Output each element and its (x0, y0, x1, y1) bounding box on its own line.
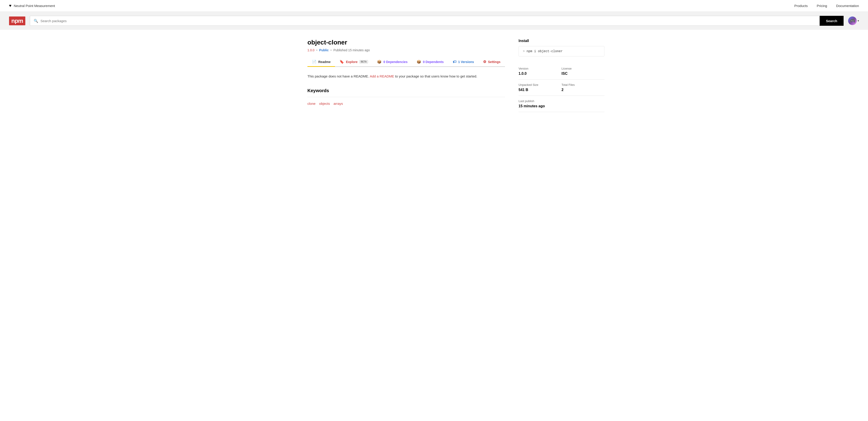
deps-tab-icon: 📦 (377, 60, 381, 64)
versions-tab-icon: 🏷 (453, 60, 456, 64)
tab-dependents-label: 0 Dependents (423, 60, 444, 64)
tab-versions-label: 1 Versions (458, 60, 474, 64)
meta-grid: Version 1.0.0 License ISC Unpacked Size … (519, 63, 604, 112)
package-published: Published 15 minutes ago (333, 48, 370, 52)
nav-link-products[interactable]: Products (794, 4, 808, 8)
keywords-section: Keywords clone objects arrays (307, 88, 505, 105)
left-panel: object-cloner 1.0.0 • Public • Published… (307, 39, 505, 112)
top-navigation: ♥ Neutral Point Measurement Products Pri… (0, 0, 868, 12)
meta-unpacked-size: Unpacked Size 541 B (519, 79, 561, 96)
meta-last-publish: Last publish 15 minutes ago (519, 96, 604, 112)
keywords-list: clone objects arrays (307, 102, 505, 105)
meta-license: License ISC (561, 63, 604, 79)
meta-total-files: Total Files 2 (561, 79, 604, 96)
search-input[interactable] (40, 19, 816, 23)
meta-separator-2: • (331, 48, 332, 52)
heart-icon: ♥ (9, 3, 11, 8)
settings-tab-icon: ⚙ (483, 60, 486, 64)
avatar-image: 🎮 (848, 17, 857, 25)
version-value: 1.0.0 (519, 72, 561, 76)
readme-notice-suffix: to your package so that users know how t… (395, 74, 477, 78)
main-content: object-cloner 1.0.0 • Public • Published… (298, 30, 569, 121)
command-text: npm i object-cloner (526, 50, 563, 53)
package-name: object-cloner (307, 39, 505, 46)
readme-notice: This package does not have a README. Add… (307, 74, 505, 79)
search-icon: 🔍 (34, 19, 38, 23)
total-files-label: Total Files (561, 83, 604, 87)
nav-link-documentation[interactable]: Documentation (836, 4, 859, 8)
keyword-objects[interactable]: objects (319, 102, 330, 105)
tab-dependents[interactable]: 📦 0 Dependents (412, 57, 448, 67)
readme-tab-icon: 📄 (312, 60, 316, 64)
unpacked-size-value: 541 B (519, 88, 561, 92)
unpacked-size-label: Unpacked Size (519, 83, 561, 87)
explore-tab-icon: 🔖 (340, 60, 344, 64)
tab-explore[interactable]: 🔖 Explore BETA (335, 57, 373, 67)
package-version: 1.0.0 (307, 48, 314, 52)
tabs: 📄 Readme 🔖 Explore BETA 📦 0 Dependencies… (307, 57, 505, 67)
meta-version: Version 1.0.0 (519, 63, 561, 79)
tab-dependencies[interactable]: 📦 0 Dependencies (373, 57, 412, 67)
package-meta: 1.0.0 • Public • Published 15 minutes ag… (307, 48, 505, 52)
tab-versions[interactable]: 🏷 1 Versions (448, 57, 478, 67)
npm-logo: npm (9, 17, 25, 25)
command-prompt: > (523, 50, 525, 53)
package-visibility: Public (319, 48, 329, 52)
tab-readme-label: Readme (318, 60, 331, 64)
install-section: Install > npm i object-cloner (519, 39, 604, 57)
total-files-value: 2 (561, 88, 604, 92)
keywords-heading: Keywords (307, 88, 505, 93)
last-publish-label: Last publish (519, 99, 604, 103)
license-label: License (561, 67, 604, 70)
keyword-clone[interactable]: clone (307, 102, 315, 105)
brand: ♥ Neutral Point Measurement (9, 3, 55, 8)
tab-dependencies-label: 0 Dependencies (383, 60, 408, 64)
avatar[interactable]: 🎮 (848, 17, 857, 25)
dependents-tab-icon: 📦 (416, 60, 421, 64)
install-heading: Install (519, 39, 604, 43)
readme-notice-text: This package does not have a README. (307, 74, 369, 78)
search-input-wrapper: 🔍 (30, 16, 819, 26)
beta-badge: BETA (360, 60, 368, 63)
nav-link-pricing[interactable]: Pricing (817, 4, 827, 8)
nav-links: Products Pricing Documentation (794, 4, 859, 8)
user-menu[interactable]: 🎮 ▾ (844, 17, 859, 25)
install-command-box[interactable]: > npm i object-cloner (519, 46, 604, 57)
avatar-caret-icon: ▾ (858, 19, 859, 22)
last-publish-value: 15 minutes ago (519, 104, 604, 108)
add-readme-link[interactable]: Add a README (370, 74, 394, 78)
keyword-arrays[interactable]: arrays (333, 102, 343, 105)
meta-separator-1: • (316, 48, 317, 52)
search-bar-container: npm 🔍 Search 🎮 ▾ (0, 12, 868, 30)
right-panel: Install > npm i object-cloner Version 1.… (519, 39, 604, 112)
brand-name: Neutral Point Measurement (14, 4, 55, 8)
tab-explore-label: Explore (346, 60, 358, 64)
tab-readme[interactable]: 📄 Readme (307, 57, 335, 67)
tab-settings-label: Settings (488, 60, 500, 64)
tab-settings[interactable]: ⚙ Settings (478, 57, 505, 67)
version-label: Version (519, 67, 561, 70)
search-button[interactable]: Search (819, 16, 844, 26)
license-value: ISC (561, 72, 604, 76)
